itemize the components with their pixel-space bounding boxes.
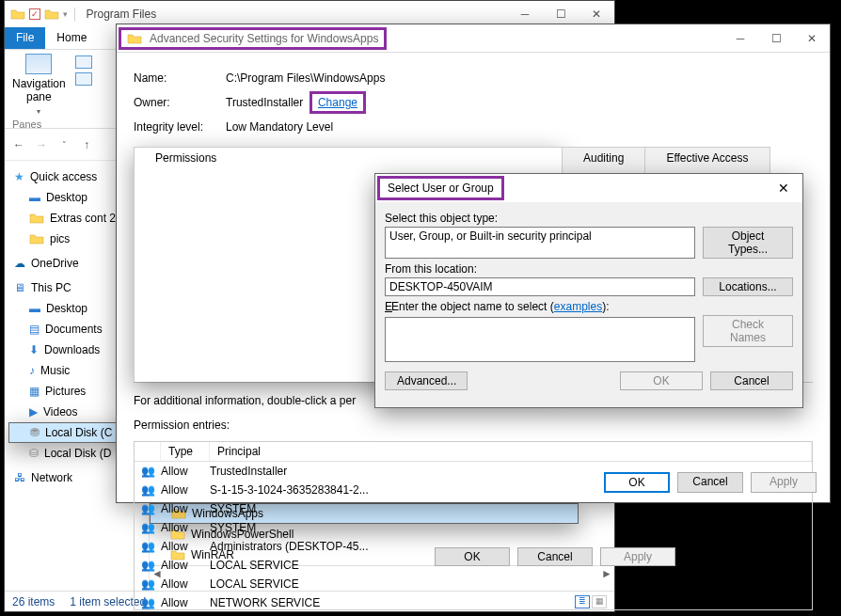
window-title: Program Files <box>87 8 157 21</box>
nav-pane-icon[interactable] <box>25 54 52 74</box>
entry-principal: SYSTEM <box>210 502 812 515</box>
hdr-principal[interactable]: Principal <box>210 442 812 461</box>
preview-pane-icon[interactable] <box>75 55 92 69</box>
object-types-button[interactable]: Object Types... <box>703 227 793 259</box>
object-name-label: EEnter the object name to select (exampl… <box>385 300 793 313</box>
user-icon: 👥 <box>141 596 155 609</box>
entry-type: Allow <box>161 521 210 534</box>
entry-type: Allow <box>161 502 210 515</box>
star-icon: ★ <box>14 170 24 183</box>
disk-icon: ⛁ <box>29 447 39 460</box>
network-icon: 🖧 <box>14 471 25 484</box>
close-button[interactable]: ✕ <box>765 181 802 196</box>
downloads-icon: ⬇ <box>29 343 39 356</box>
entry-type: Allow <box>161 577 210 591</box>
change-owner-link[interactable]: Change <box>318 96 357 109</box>
name-value: C:\Program Files\WindowsApps <box>226 71 385 85</box>
apply-button[interactable]: Apply <box>751 472 817 493</box>
name-label: Name: <box>134 71 226 85</box>
sel-window-title: Select User or Group <box>388 182 494 195</box>
entry-principal: Administrators (DESKTOP-45... <box>210 540 812 553</box>
integrity-value: Low Mandatory Level <box>226 120 333 134</box>
adv-footer-buttons: OK Cancel Apply <box>604 472 817 493</box>
user-icon: 👥 <box>141 521 155 534</box>
permission-list[interactable]: Type Principal 👥AllowTrustedInstaller👥Al… <box>134 441 813 610</box>
cloud-icon: ☁ <box>14 257 25 270</box>
maximize-button[interactable]: ☐ <box>758 25 794 52</box>
chevron-down-icon[interactable]: ▾ <box>37 107 40 116</box>
ok-button[interactable]: OK <box>620 371 703 390</box>
owner-value: TrustedInstaller <box>226 96 303 109</box>
item-count: 26 items <box>12 595 55 608</box>
user-icon: 👥 <box>141 465 155 478</box>
advanced-button[interactable]: Advanced... <box>385 371 468 390</box>
permission-row[interactable]: 👥AllowAdministrators (DESKTOP-45... <box>135 537 812 556</box>
tab-file[interactable]: File <box>5 27 45 49</box>
folder-icon <box>10 7 25 22</box>
user-icon: 👥 <box>141 502 155 515</box>
up-button[interactable]: ↑ <box>78 138 95 151</box>
details-pane-icon[interactable] <box>75 72 92 86</box>
minimize-button[interactable]: ─ <box>722 25 758 52</box>
folder-icon <box>127 33 142 44</box>
cancel-button[interactable]: Cancel <box>710 371 793 390</box>
window-controls: ─ ☐ ✕ <box>722 25 830 52</box>
change-owner-box: Change <box>309 91 366 114</box>
desktop-icon: ▬ <box>29 302 40 315</box>
integrity-label: Integrity level: <box>134 120 226 134</box>
back-button[interactable]: ← <box>10 138 27 151</box>
location-field: DESKTOP-450VAIM <box>385 277 695 296</box>
entries-label: Permission entries: <box>134 419 813 432</box>
user-icon: 👥 <box>141 540 155 553</box>
list-header: Type Principal <box>135 442 812 462</box>
select-user-dialog: Select User or Group ✕ Select this objec… <box>374 173 803 408</box>
object-type-field: User, Group, or Built-in security princi… <box>385 227 695 259</box>
entry-principal: NETWORK SERVICE <box>210 596 812 609</box>
entry-type: Allow <box>161 540 210 553</box>
pc-icon: 🖥 <box>14 281 25 294</box>
folder-icon <box>29 233 44 245</box>
videos-icon: ▶ <box>29 405 38 419</box>
user-icon: 👥 <box>141 577 155 591</box>
user-icon: 👥 <box>141 483 155 497</box>
props-icon[interactable]: ✓ <box>29 8 40 20</box>
adv-window-title: Advanced Security Settings for WindowsAp… <box>150 32 378 45</box>
permission-row[interactable]: 👥AllowNETWORK SERVICE <box>135 593 812 610</box>
documents-icon: ▤ <box>29 323 40 336</box>
entry-principal: LOCAL SERVICE <box>210 559 812 572</box>
adv-title-box: Advanced Security Settings for WindowsAp… <box>119 27 387 50</box>
music-icon: ♪ <box>29 364 35 377</box>
pictures-icon: ▦ <box>29 385 40 398</box>
nav-pane-label[interactable]: Navigation pane <box>12 77 66 103</box>
locations-button[interactable]: Locations... <box>703 277 793 296</box>
tab-home[interactable]: Home <box>45 27 98 49</box>
disk-icon: ⛃ <box>30 426 40 439</box>
cancel-button[interactable]: Cancel <box>677 472 743 493</box>
permission-row[interactable]: 👥AllowLOCAL SERVICE <box>135 556 812 575</box>
hdr-type[interactable]: Type <box>161 442 210 461</box>
object-name-input[interactable] <box>385 317 695 362</box>
sel-body: Select this object type: User, Group, or… <box>375 202 802 396</box>
object-type-label: Select this object type: <box>385 212 793 225</box>
sel-titlebar: Select User or Group ✕ <box>375 174 802 202</box>
sel-title-box: Select User or Group <box>377 176 504 200</box>
forward-button[interactable]: → <box>33 138 50 151</box>
desktop-icon: ▬ <box>29 191 40 204</box>
permission-row[interactable]: 👥AllowSYSTEM <box>135 518 812 537</box>
folder-icon <box>44 7 59 22</box>
permission-row[interactable]: 👥AllowSYSTEM <box>135 499 812 518</box>
location-label: From this location: <box>385 262 793 276</box>
examples-link[interactable]: examples <box>554 300 602 313</box>
permission-row[interactable]: 👥AllowLOCAL SERVICE <box>135 575 812 593</box>
owner-label: Owner: <box>134 96 226 109</box>
ok-button[interactable]: OK <box>604 472 670 493</box>
entry-type: Allow <box>161 559 210 572</box>
adv-titlebar: Advanced Security Settings for WindowsAp… <box>117 24 830 53</box>
entry-type: Allow <box>161 596 210 609</box>
entry-principal: SYSTEM <box>210 521 812 534</box>
qat-dropdown-icon[interactable]: ▾ <box>63 9 68 19</box>
entry-principal: LOCAL SERVICE <box>210 577 812 591</box>
recent-dropdown-icon[interactable]: ˅ <box>56 140 72 150</box>
check-names-button[interactable]: Check Names <box>703 315 793 347</box>
close-button[interactable]: ✕ <box>794 25 830 52</box>
